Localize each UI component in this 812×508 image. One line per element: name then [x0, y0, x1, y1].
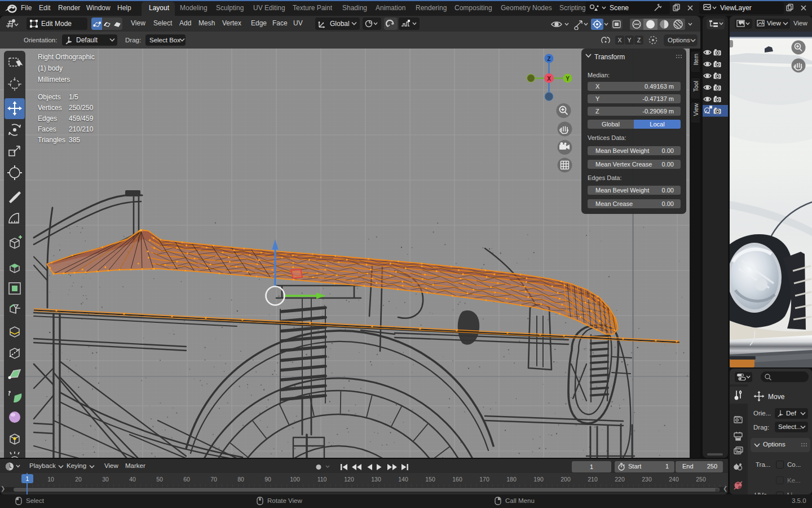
svg-text:Z: Z: [547, 56, 550, 62]
svg-text:Y: Y: [627, 37, 631, 43]
svg-text:Y: Y: [566, 76, 570, 82]
svg-text:X: X: [547, 76, 551, 82]
svg-text:Z: Z: [637, 37, 641, 43]
svg-text:X: X: [617, 37, 621, 43]
